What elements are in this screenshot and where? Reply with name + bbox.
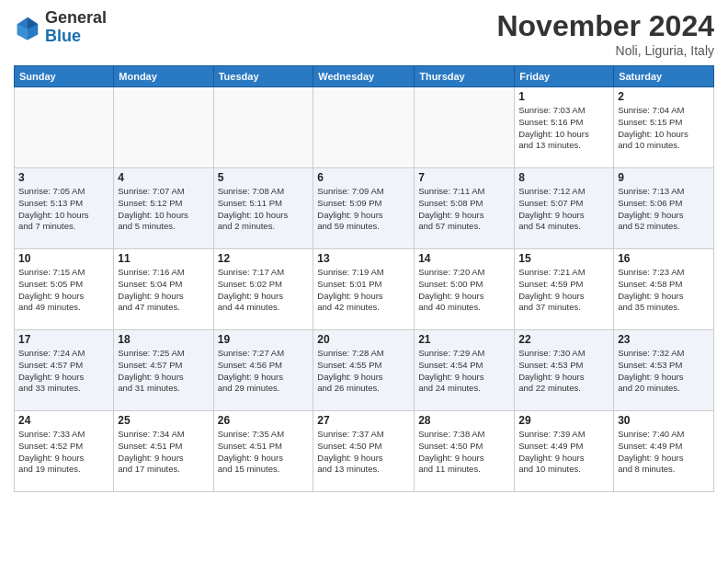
day-number: 5 xyxy=(218,171,310,184)
table-row xyxy=(213,87,313,168)
table-row: 2Sunrise: 7:04 AMSunset: 5:15 PMDaylight… xyxy=(614,87,714,168)
page-header: General Blue November 2024 Noli, Liguria… xyxy=(14,9,714,58)
table-row: 20Sunrise: 7:28 AMSunset: 4:55 PMDayligh… xyxy=(313,330,415,411)
table-row xyxy=(415,87,515,168)
day-info: Sunrise: 7:13 AMSunset: 5:06 PMDaylight:… xyxy=(618,186,710,233)
day-info: Sunrise: 7:20 AMSunset: 5:00 PMDaylight:… xyxy=(418,267,510,314)
calendar-table: Sunday Monday Tuesday Wednesday Thursday… xyxy=(14,65,714,492)
location-subtitle: Noli, Liguria, Italy xyxy=(496,43,714,58)
day-info: Sunrise: 7:34 AMSunset: 4:51 PMDaylight:… xyxy=(118,429,209,476)
day-number: 1 xyxy=(518,90,609,103)
day-number: 15 xyxy=(518,252,609,265)
day-number: 29 xyxy=(518,414,609,427)
table-row: 30Sunrise: 7:40 AMSunset: 4:49 PMDayligh… xyxy=(614,411,714,492)
table-row xyxy=(114,87,213,168)
col-monday: Monday xyxy=(114,66,213,87)
day-number: 25 xyxy=(118,414,209,427)
day-info: Sunrise: 7:39 AMSunset: 4:49 PMDaylight:… xyxy=(518,429,609,476)
day-info: Sunrise: 7:24 AMSunset: 4:57 PMDaylight:… xyxy=(18,348,109,395)
day-number: 23 xyxy=(618,333,710,346)
day-info: Sunrise: 7:40 AMSunset: 4:49 PMDaylight:… xyxy=(618,429,710,476)
title-block: November 2024 Noli, Liguria, Italy xyxy=(496,9,714,58)
calendar-week-row: 10Sunrise: 7:15 AMSunset: 5:05 PMDayligh… xyxy=(15,249,714,330)
day-info: Sunrise: 7:15 AMSunset: 5:05 PMDaylight:… xyxy=(18,267,109,314)
table-row: 13Sunrise: 7:19 AMSunset: 5:01 PMDayligh… xyxy=(313,249,415,330)
table-row: 5Sunrise: 7:08 AMSunset: 5:11 PMDaylight… xyxy=(213,168,313,249)
table-row: 24Sunrise: 7:33 AMSunset: 4:52 PMDayligh… xyxy=(15,411,114,492)
day-info: Sunrise: 7:03 AMSunset: 5:16 PMDaylight:… xyxy=(518,105,609,152)
table-row: 22Sunrise: 7:30 AMSunset: 4:53 PMDayligh… xyxy=(515,330,614,411)
table-row: 4Sunrise: 7:07 AMSunset: 5:12 PMDaylight… xyxy=(114,168,213,249)
table-row xyxy=(313,87,415,168)
day-number: 11 xyxy=(118,252,209,265)
col-thursday: Thursday xyxy=(415,66,515,87)
table-row: 10Sunrise: 7:15 AMSunset: 5:05 PMDayligh… xyxy=(15,249,114,330)
col-sunday: Sunday xyxy=(15,66,114,87)
calendar-header-row: Sunday Monday Tuesday Wednesday Thursday… xyxy=(15,66,714,87)
day-info: Sunrise: 7:08 AMSunset: 5:11 PMDaylight:… xyxy=(218,186,310,233)
logo-general: General xyxy=(45,9,107,28)
page-container: General Blue November 2024 Noli, Liguria… xyxy=(0,0,728,501)
table-row: 27Sunrise: 7:37 AMSunset: 4:50 PMDayligh… xyxy=(313,411,415,492)
day-number: 12 xyxy=(218,252,310,265)
day-number: 6 xyxy=(317,171,410,184)
day-number: 24 xyxy=(18,414,109,427)
day-number: 26 xyxy=(218,414,310,427)
table-row: 21Sunrise: 7:29 AMSunset: 4:54 PMDayligh… xyxy=(415,330,515,411)
month-title: November 2024 xyxy=(496,9,714,43)
day-info: Sunrise: 7:19 AMSunset: 5:01 PMDaylight:… xyxy=(317,267,410,314)
day-number: 7 xyxy=(418,171,510,184)
day-info: Sunrise: 7:30 AMSunset: 4:53 PMDaylight:… xyxy=(518,348,609,395)
calendar-week-row: 1Sunrise: 7:03 AMSunset: 5:16 PMDaylight… xyxy=(15,87,714,168)
day-info: Sunrise: 7:28 AMSunset: 4:55 PMDaylight:… xyxy=(317,348,410,395)
table-row: 11Sunrise: 7:16 AMSunset: 5:04 PMDayligh… xyxy=(114,249,213,330)
day-number: 17 xyxy=(18,333,109,346)
col-saturday: Saturday xyxy=(614,66,714,87)
day-number: 18 xyxy=(118,333,209,346)
table-row: 25Sunrise: 7:34 AMSunset: 4:51 PMDayligh… xyxy=(114,411,213,492)
day-info: Sunrise: 7:27 AMSunset: 4:56 PMDaylight:… xyxy=(218,348,310,395)
day-info: Sunrise: 7:25 AMSunset: 4:57 PMDaylight:… xyxy=(118,348,209,395)
day-number: 27 xyxy=(317,414,410,427)
table-row: 15Sunrise: 7:21 AMSunset: 4:59 PMDayligh… xyxy=(515,249,614,330)
table-row: 28Sunrise: 7:38 AMSunset: 4:50 PMDayligh… xyxy=(415,411,515,492)
table-row: 29Sunrise: 7:39 AMSunset: 4:49 PMDayligh… xyxy=(515,411,614,492)
table-row: 18Sunrise: 7:25 AMSunset: 4:57 PMDayligh… xyxy=(114,330,213,411)
logo-text: General Blue xyxy=(45,9,107,46)
col-wednesday: Wednesday xyxy=(313,66,415,87)
day-info: Sunrise: 7:23 AMSunset: 4:58 PMDaylight:… xyxy=(618,267,710,314)
day-info: Sunrise: 7:29 AMSunset: 4:54 PMDaylight:… xyxy=(418,348,510,395)
col-tuesday: Tuesday xyxy=(213,66,313,87)
day-info: Sunrise: 7:33 AMSunset: 4:52 PMDaylight:… xyxy=(18,429,109,476)
table-row: 26Sunrise: 7:35 AMSunset: 4:51 PMDayligh… xyxy=(213,411,313,492)
day-info: Sunrise: 7:37 AMSunset: 4:50 PMDaylight:… xyxy=(317,429,410,476)
day-info: Sunrise: 7:07 AMSunset: 5:12 PMDaylight:… xyxy=(118,186,209,233)
day-number: 16 xyxy=(618,252,710,265)
day-info: Sunrise: 7:11 AMSunset: 5:08 PMDaylight:… xyxy=(418,186,510,233)
day-number: 3 xyxy=(18,171,109,184)
logo: General Blue xyxy=(14,9,107,46)
table-row: 16Sunrise: 7:23 AMSunset: 4:58 PMDayligh… xyxy=(614,249,714,330)
day-info: Sunrise: 7:21 AMSunset: 4:59 PMDaylight:… xyxy=(518,267,609,314)
day-info: Sunrise: 7:05 AMSunset: 5:13 PMDaylight:… xyxy=(18,186,109,233)
table-row: 9Sunrise: 7:13 AMSunset: 5:06 PMDaylight… xyxy=(614,168,714,249)
day-number: 20 xyxy=(317,333,410,346)
table-row: 12Sunrise: 7:17 AMSunset: 5:02 PMDayligh… xyxy=(213,249,313,330)
table-row: 1Sunrise: 7:03 AMSunset: 5:16 PMDaylight… xyxy=(515,87,614,168)
logo-icon xyxy=(14,14,41,41)
table-row: 7Sunrise: 7:11 AMSunset: 5:08 PMDaylight… xyxy=(415,168,515,249)
col-friday: Friday xyxy=(515,66,614,87)
table-row: 6Sunrise: 7:09 AMSunset: 5:09 PMDaylight… xyxy=(313,168,415,249)
day-number: 10 xyxy=(18,252,109,265)
day-number: 13 xyxy=(317,252,410,265)
day-info: Sunrise: 7:04 AMSunset: 5:15 PMDaylight:… xyxy=(618,105,710,152)
day-number: 14 xyxy=(418,252,510,265)
day-number: 28 xyxy=(418,414,510,427)
day-info: Sunrise: 7:16 AMSunset: 5:04 PMDaylight:… xyxy=(118,267,209,314)
day-info: Sunrise: 7:32 AMSunset: 4:53 PMDaylight:… xyxy=(618,348,710,395)
day-number: 2 xyxy=(618,90,710,103)
day-info: Sunrise: 7:38 AMSunset: 4:50 PMDaylight:… xyxy=(418,429,510,476)
calendar-week-row: 24Sunrise: 7:33 AMSunset: 4:52 PMDayligh… xyxy=(15,411,714,492)
day-number: 9 xyxy=(618,171,710,184)
day-number: 4 xyxy=(118,171,209,184)
